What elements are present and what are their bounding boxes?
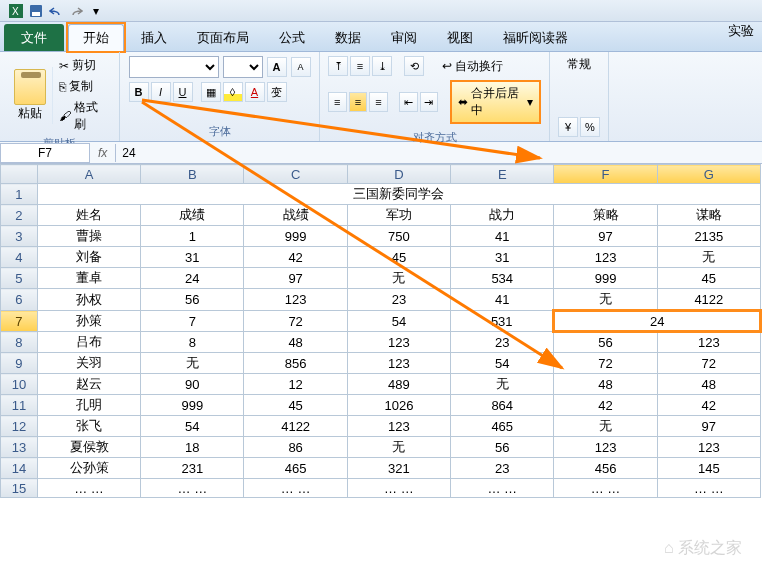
cell[interactable]: 97 (554, 226, 657, 247)
cell[interactable]: 123 (554, 247, 657, 268)
cell[interactable]: 吕布 (37, 332, 140, 353)
redo-icon[interactable] (68, 3, 84, 19)
col-header-G[interactable]: G (657, 165, 760, 184)
cell[interactable]: 夏侯敦 (37, 437, 140, 458)
table-header-cell[interactable]: 战绩 (244, 205, 347, 226)
cell[interactable]: 456 (554, 458, 657, 479)
cell[interactable]: 张飞 (37, 416, 140, 437)
cell[interactable]: 45 (244, 395, 347, 416)
cell[interactable]: 42 (554, 395, 657, 416)
tab-home[interactable]: 开始 (68, 24, 124, 51)
cell[interactable]: 72 (554, 353, 657, 374)
grow-font-button[interactable]: A (267, 57, 287, 77)
fx-icon[interactable]: fx (90, 146, 115, 160)
col-header-B[interactable]: B (141, 165, 244, 184)
table-header-cell[interactable]: 战力 (451, 205, 554, 226)
cell[interactable]: 赵云 (37, 374, 140, 395)
decrease-indent-button[interactable]: ⇤ (399, 92, 418, 112)
table-header-cell[interactable]: 谋略 (657, 205, 760, 226)
orientation-button[interactable]: ⟲ (404, 56, 424, 76)
cell[interactable]: 145 (657, 458, 760, 479)
cell[interactable]: 18 (141, 437, 244, 458)
cell[interactable]: 56 (141, 289, 244, 311)
cell[interactable]: 23 (451, 458, 554, 479)
cell[interactable]: 465 (451, 416, 554, 437)
col-header-D[interactable]: D (347, 165, 450, 184)
cell[interactable]: 24 (141, 268, 244, 289)
merged-cell-F7G7[interactable]: 24 (554, 311, 761, 332)
formula-input[interactable]: 24 (115, 144, 762, 162)
cell[interactable]: 123 (347, 353, 450, 374)
cell[interactable]: 无 (141, 353, 244, 374)
undo-icon[interactable] (48, 3, 64, 19)
cell[interactable]: 无 (554, 289, 657, 311)
row-header-7[interactable]: 7 (1, 311, 38, 332)
paste-button[interactable]: 粘贴 (8, 67, 53, 124)
cell[interactable]: 864 (451, 395, 554, 416)
cell[interactable]: 534 (451, 268, 554, 289)
align-left-button[interactable]: ≡ (328, 92, 347, 112)
cell[interactable]: 1026 (347, 395, 450, 416)
cell[interactable]: 关羽 (37, 353, 140, 374)
cell[interactable]: 321 (347, 458, 450, 479)
cell[interactable]: … … (347, 479, 450, 498)
cell[interactable]: 23 (451, 332, 554, 353)
bold-button[interactable]: B (129, 82, 149, 102)
font-color-button[interactable]: A (245, 82, 265, 102)
cell[interactable]: 无 (554, 416, 657, 437)
cell[interactable]: 孙策 (37, 311, 140, 332)
font-family-select[interactable] (129, 56, 219, 78)
cell[interactable]: 12 (244, 374, 347, 395)
table-header-cell[interactable]: 成绩 (141, 205, 244, 226)
fill-color-button[interactable]: ◊ (223, 82, 243, 102)
cell[interactable]: 48 (244, 332, 347, 353)
cell[interactable]: 孙权 (37, 289, 140, 311)
phonetic-button[interactable]: 变 (267, 82, 287, 102)
cell[interactable]: 2135 (657, 226, 760, 247)
format-painter-button[interactable]: 🖌格式刷 (57, 98, 111, 134)
select-all-corner[interactable] (1, 165, 38, 184)
name-box[interactable]: F7 (0, 143, 90, 163)
title-cell[interactable]: 三国新委同学会 (37, 184, 760, 205)
cell[interactable]: 无 (347, 268, 450, 289)
tab-insert[interactable]: 插入 (126, 24, 182, 51)
col-header-E[interactable]: E (451, 165, 554, 184)
col-header-C[interactable]: C (244, 165, 347, 184)
row-header-3[interactable]: 3 (1, 226, 38, 247)
wrap-text-button[interactable]: ↩自动换行 (440, 57, 505, 76)
cell[interactable]: 4122 (657, 289, 760, 311)
align-right-button[interactable]: ≡ (369, 92, 388, 112)
align-top-button[interactable]: ⤒ (328, 56, 348, 76)
cell[interactable]: 856 (244, 353, 347, 374)
cell[interactable]: 42 (244, 247, 347, 268)
cell[interactable]: 123 (347, 332, 450, 353)
row-header-12[interactable]: 12 (1, 416, 38, 437)
underline-button[interactable]: U (173, 82, 193, 102)
row-header-4[interactable]: 4 (1, 247, 38, 268)
cell[interactable]: 999 (244, 226, 347, 247)
cell[interactable]: 8 (141, 332, 244, 353)
increase-indent-button[interactable]: ⇥ (420, 92, 439, 112)
row-header-10[interactable]: 10 (1, 374, 38, 395)
table-header-cell[interactable]: 姓名 (37, 205, 140, 226)
cell[interactable]: 231 (141, 458, 244, 479)
tab-foxit[interactable]: 福昕阅读器 (488, 24, 583, 51)
cell[interactable]: 750 (347, 226, 450, 247)
col-header-F[interactable]: F (554, 165, 657, 184)
row-header-2[interactable]: 2 (1, 205, 38, 226)
cell[interactable]: 23 (347, 289, 450, 311)
copy-button[interactable]: ⎘复制 (57, 77, 111, 96)
cell[interactable]: 123 (657, 332, 760, 353)
cell[interactable]: 999 (141, 395, 244, 416)
cell[interactable]: 31 (141, 247, 244, 268)
cell[interactable]: 999 (554, 268, 657, 289)
cell[interactable]: 123 (554, 437, 657, 458)
cell[interactable]: 公孙策 (37, 458, 140, 479)
cell[interactable]: 86 (244, 437, 347, 458)
cell[interactable]: … … (37, 479, 140, 498)
cell[interactable]: 曹操 (37, 226, 140, 247)
cell[interactable]: 45 (657, 268, 760, 289)
cell[interactable]: 7 (141, 311, 244, 332)
cell[interactable]: 42 (657, 395, 760, 416)
cell[interactable]: 45 (347, 247, 450, 268)
